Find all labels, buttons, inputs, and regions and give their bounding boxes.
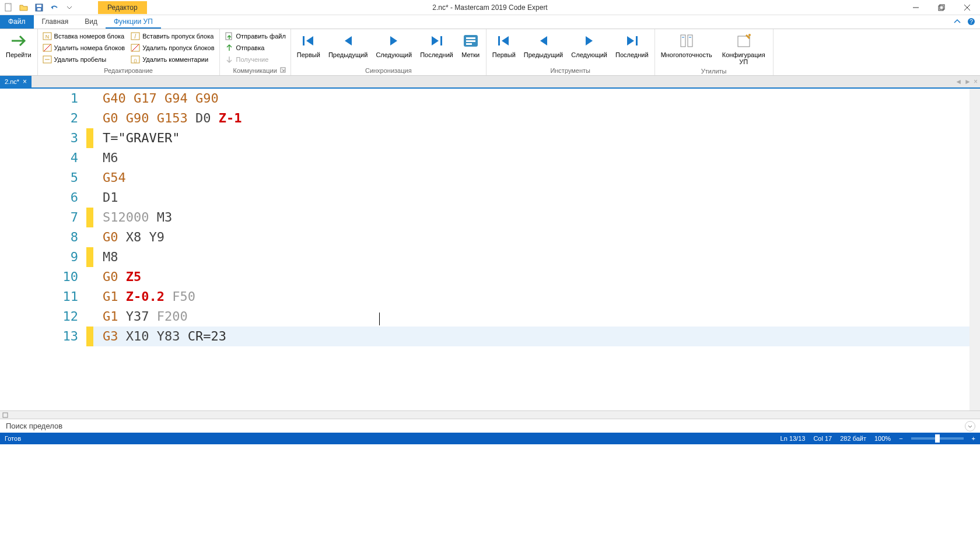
open-file-icon[interactable] bbox=[19, 2, 29, 13]
svg-rect-6 bbox=[940, 5, 944, 9]
config-button[interactable]: Конфигурация УП bbox=[717, 30, 771, 66]
status-ready: Готов bbox=[5, 435, 21, 442]
zoom-thumb[interactable] bbox=[935, 434, 940, 443]
svg-text:?: ? bbox=[970, 19, 973, 25]
send-file-button[interactable]: Отправить файл bbox=[222, 30, 288, 42]
code-area[interactable]: G40 G17 G94 G90G0 G90 G153 D0 Z-1T="GRAV… bbox=[93, 89, 970, 410]
tab-file[interactable]: Файл bbox=[0, 15, 34, 29]
svg-rect-31 bbox=[498, 36, 500, 45]
minimize-button[interactable] bbox=[903, 0, 929, 15]
marks-button[interactable]: Метки bbox=[458, 30, 484, 59]
zoom-slider[interactable] bbox=[911, 437, 964, 440]
tab-view[interactable]: Вид bbox=[76, 15, 106, 29]
group-label-sync: Синхронизация bbox=[293, 66, 484, 75]
svg-rect-25 bbox=[303, 36, 304, 45]
horizontal-scroll-area bbox=[0, 410, 980, 419]
editor-context-tab: Редактор bbox=[98, 1, 147, 14]
svg-text:N: N bbox=[45, 34, 49, 40]
code-line[interactable]: S12000 M3 bbox=[93, 208, 970, 227]
svg-point-38 bbox=[748, 34, 751, 36]
svg-rect-32 bbox=[636, 36, 638, 45]
group-label-comm: Коммуникации bbox=[222, 66, 288, 75]
sync-prev-button[interactable]: Предыдущий bbox=[325, 30, 371, 59]
tab-nc-functions[interactable]: Функции УП bbox=[106, 15, 161, 29]
code-line[interactable]: G0 Z5 bbox=[93, 267, 970, 287]
search-panel-label: Поиск пределов bbox=[6, 422, 62, 430]
code-line[interactable]: D1 bbox=[93, 188, 970, 208]
remove-spaces-button[interactable]: Удалить пробелы bbox=[40, 54, 128, 65]
tab-home[interactable]: Главная bbox=[34, 15, 77, 29]
save-icon[interactable] bbox=[34, 2, 44, 13]
multithread-icon bbox=[677, 31, 696, 50]
svg-rect-2 bbox=[37, 5, 41, 7]
collapse-ribbon-icon[interactable] bbox=[952, 16, 963, 27]
new-file-icon[interactable] bbox=[4, 2, 14, 13]
sync-next-button[interactable]: Следующий bbox=[372, 30, 415, 59]
group-label-tools: Инструменты bbox=[489, 66, 652, 75]
document-tab[interactable]: 2.nc* × bbox=[0, 76, 32, 87]
tool-last-button[interactable]: Последний bbox=[612, 30, 652, 59]
marks-icon bbox=[461, 31, 480, 50]
receive-icon bbox=[225, 55, 234, 64]
status-bar: Готов Ln 13/13 Col 17 282 байт 100% − + bbox=[0, 433, 980, 444]
panel-toggle-icon[interactable] bbox=[2, 412, 8, 418]
code-line[interactable]: G54 bbox=[93, 168, 970, 188]
tool-first-button[interactable]: Первый bbox=[489, 30, 519, 59]
tab-nav-close-icon[interactable]: × bbox=[974, 78, 978, 86]
prev-icon bbox=[339, 31, 358, 50]
remove-skip-icon bbox=[131, 43, 140, 52]
zoom-out-icon[interactable]: − bbox=[899, 435, 902, 442]
goto-button[interactable]: Перейти bbox=[2, 30, 35, 59]
remove-block-numbers-button[interactable]: Удалить номера блоков bbox=[40, 42, 128, 54]
vertical-scrollbar[interactable] bbox=[970, 89, 980, 410]
qat-dropdown-icon[interactable] bbox=[64, 2, 75, 13]
code-line[interactable]: G0 X8 Y9 bbox=[93, 227, 970, 247]
code-line[interactable]: G1 Y37 F200 bbox=[93, 307, 970, 327]
collapse-panel-icon[interactable] bbox=[965, 421, 975, 431]
sync-first-button[interactable]: Первый bbox=[293, 30, 324, 59]
help-icon[interactable]: ? bbox=[966, 16, 977, 27]
svg-rect-28 bbox=[466, 37, 475, 39]
config-icon bbox=[734, 31, 753, 50]
code-editor[interactable]: 12345678910111213 G40 G17 G94 G90G0 G90 … bbox=[0, 89, 980, 410]
group-label-edit: Редактирование bbox=[40, 66, 217, 75]
document-tab-bar: 2.nc* × ◄ ► × bbox=[0, 76, 980, 89]
code-line[interactable]: M6 bbox=[93, 148, 970, 168]
close-tab-icon[interactable]: × bbox=[23, 78, 27, 86]
tab-nav-right-icon[interactable]: ► bbox=[964, 78, 971, 86]
insert-block-skip-button[interactable]: /Вставить пропуск блока bbox=[128, 30, 216, 42]
remove-comments-button[interactable]: ()Удалить комментарии bbox=[128, 54, 216, 65]
goto-icon bbox=[9, 31, 28, 50]
document-tab-label: 2.nc* bbox=[5, 78, 19, 85]
send-file-icon bbox=[225, 31, 234, 41]
close-button[interactable] bbox=[954, 0, 980, 15]
tab-nav-left-icon[interactable]: ◄ bbox=[955, 78, 962, 86]
status-col: Col 17 bbox=[813, 435, 832, 442]
title-bar: Редактор 2.nc* - Mastercam 2019 Code Exp… bbox=[0, 0, 980, 15]
svg-text:/: / bbox=[135, 33, 136, 40]
remove-block-skip-button[interactable]: Удалить пропуск блоков bbox=[128, 42, 216, 54]
code-line[interactable]: G3 X10 Y83 CR=23 bbox=[93, 327, 970, 346]
status-line: Ln 13/13 bbox=[780, 435, 806, 442]
code-line[interactable]: T="GRAVER" bbox=[93, 128, 970, 148]
insert-block-numbers-button[interactable]: NВставка номеров блока bbox=[40, 30, 128, 42]
tool-prev-button[interactable]: Предыдущий bbox=[520, 30, 566, 59]
maximize-button[interactable] bbox=[929, 0, 954, 15]
multithread-button[interactable]: Многопоточность bbox=[657, 30, 716, 59]
svg-rect-5 bbox=[939, 6, 943, 10]
sync-last-button[interactable]: Последний bbox=[416, 30, 457, 59]
code-line[interactable]: G0 G90 G153 D0 Z-1 bbox=[93, 108, 970, 128]
code-line[interactable]: G40 G17 G94 G90 bbox=[93, 89, 970, 108]
undo-icon[interactable] bbox=[49, 2, 60, 13]
code-line[interactable]: G1 Z-0.2 F50 bbox=[93, 287, 970, 307]
code-line[interactable]: M8 bbox=[93, 247, 970, 267]
send-button[interactable]: Отправка bbox=[222, 42, 288, 54]
change-markers bbox=[86, 89, 93, 410]
ribbon: Перейти NВставка номеров блока Удалить н… bbox=[0, 29, 980, 76]
comm-dialog-launcher[interactable] bbox=[280, 67, 287, 74]
next-icon bbox=[384, 31, 403, 50]
remove-spaces-icon bbox=[43, 55, 52, 64]
tool-next-button[interactable]: Следующий bbox=[568, 30, 611, 59]
first-icon bbox=[299, 31, 318, 50]
zoom-in-icon[interactable]: + bbox=[972, 435, 975, 442]
